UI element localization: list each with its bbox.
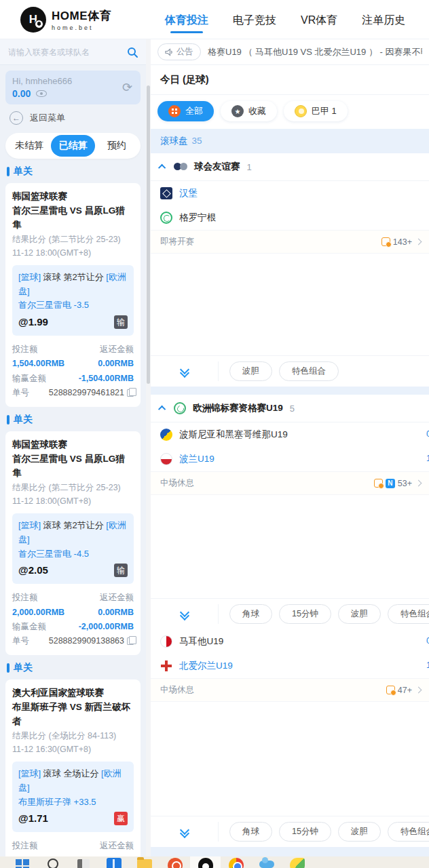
order-number: 5288829979461821 bbox=[49, 386, 124, 400]
market-chip[interactable]: 波胆 bbox=[338, 604, 381, 624]
team-row-home[interactable]: 波斯尼亚和黑塞哥维那U19 0 bbox=[151, 422, 429, 447]
expand-markets-button[interactable] bbox=[151, 822, 219, 842]
search-input[interactable] bbox=[8, 47, 127, 57]
nav-esports[interactable]: 电子竞技 bbox=[233, 3, 276, 36]
chevron-right-icon[interactable] bbox=[415, 687, 422, 694]
taskbar-chrome[interactable] bbox=[221, 856, 251, 868]
market-chip[interactable]: 波胆 bbox=[229, 361, 272, 381]
market-chip[interactable]: 15分钟 bbox=[279, 822, 331, 842]
promo-coin-icon bbox=[374, 479, 383, 488]
tab-settled[interactable]: 已结算 bbox=[51, 135, 94, 157]
team-row-away[interactable]: 波兰U19 1 bbox=[151, 447, 429, 471]
logo-subtitle: home.bet bbox=[52, 24, 111, 31]
bet-market: 滚球 全场让分 bbox=[43, 768, 99, 778]
nav-sports-betting[interactable]: 体育投注 bbox=[165, 3, 208, 36]
bet-type-label: 单关 bbox=[7, 414, 139, 426]
taskbar-app-4[interactable] bbox=[282, 856, 312, 868]
taskbar-qq-active[interactable] bbox=[190, 856, 221, 868]
return-value: 0.00RMB bbox=[98, 357, 134, 371]
team-row-home[interactable]: 马耳他U19 0 bbox=[151, 629, 429, 654]
back-to-menu-label: 返回菜单 bbox=[30, 112, 65, 124]
back-to-menu-button[interactable]: ← 返回菜单 bbox=[5, 104, 141, 132]
market-chip[interactable]: 特色组合 bbox=[279, 361, 339, 381]
bet-amounts: 投注额返还金额 2,000.00RMB0.00RMB 输赢金额-2,000.00… bbox=[12, 591, 134, 648]
folder-icon bbox=[137, 859, 152, 868]
taskbar-start[interactable] bbox=[7, 856, 37, 868]
market-chip[interactable]: 波胆 bbox=[338, 822, 381, 842]
filter-brazil-serie-a[interactable]: 巴甲 1 bbox=[284, 101, 348, 121]
market-chip[interactable]: 特色组合 bbox=[388, 604, 429, 624]
nav-bet-history[interactable]: 注单历史 bbox=[362, 3, 405, 36]
league-group-header[interactable]: 球会友谊赛 1 bbox=[151, 153, 429, 181]
expand-markets-button[interactable] bbox=[151, 604, 219, 624]
chevron-right-icon[interactable] bbox=[415, 239, 422, 245]
chevron-right-icon[interactable] bbox=[415, 480, 422, 487]
bet-teams: 首尔三星雷电 VS 昌原LG猎隼 bbox=[12, 452, 134, 481]
announcement-badge: 公告 bbox=[157, 43, 201, 60]
collapse-chevron-icon[interactable] bbox=[158, 164, 166, 172]
announcement-text[interactable]: 格赛U19 （ 马耳他U19 VS 北爱尔兰U19 ） - 因赛果不明确，赛果将 bbox=[208, 46, 422, 58]
bet-result-score: 结果比分 (第二节比分 25-23) bbox=[12, 233, 134, 246]
filter-favorites-label: 收藏 bbox=[248, 105, 266, 117]
user-card: Hi, hmhehe666 0.00 ⟳ bbox=[5, 71, 141, 104]
match-status-row: 中场休息 47+ bbox=[151, 678, 429, 702]
bet-selection-box: [篮球] 滚球 第2节让分 [欧洲盘] 首尔三星雷电 -3.5 @1.99 输 bbox=[12, 265, 134, 336]
taskbar-cloud-app[interactable] bbox=[251, 856, 282, 868]
malta-flag-icon bbox=[160, 635, 172, 648]
stake-label: 投注额 bbox=[12, 591, 38, 605]
league-group-euro-u19: 欧洲锦标赛资格赛U19 5 波斯尼亚和黑塞哥维那U19 0 波兰U19 1 中场… bbox=[151, 395, 429, 847]
team-row-away[interactable]: 北爱尔兰U19 1 bbox=[151, 654, 429, 678]
league-group-header[interactable]: 欧洲锦标赛资格赛U19 5 bbox=[151, 395, 429, 422]
odds-area-blank bbox=[151, 702, 429, 816]
filter-all[interactable]: 全部 bbox=[157, 101, 214, 121]
user-greeting: Hi, hmhehe666 bbox=[12, 76, 134, 86]
market-chip[interactable]: 15分钟 bbox=[279, 604, 331, 624]
type-bar bbox=[7, 167, 10, 176]
star-icon: ★ bbox=[231, 105, 244, 117]
outcome-badge: 输 bbox=[114, 315, 128, 329]
poland-flag-icon bbox=[160, 453, 172, 465]
taskbar-file-explorer[interactable] bbox=[129, 856, 160, 868]
collapse-chevron-icon[interactable] bbox=[158, 406, 166, 413]
match-footer-row: 角球 15分钟 波胆 特色组合 bbox=[151, 598, 429, 629]
market-chip[interactable]: 角球 bbox=[229, 822, 272, 842]
live-betting-count: 35 bbox=[192, 136, 202, 146]
sidebar-scrollbar[interactable] bbox=[146, 39, 151, 868]
logo[interactable]: H HOME体育 home.bet bbox=[0, 7, 146, 33]
market-chip[interactable]: 角球 bbox=[229, 604, 272, 624]
bet-odds: @1.99 bbox=[18, 314, 48, 330]
copy-icon[interactable] bbox=[127, 637, 134, 645]
away-team-name: 北爱尔兰U19 bbox=[179, 660, 233, 672]
tab-unsettled[interactable]: 未结算 bbox=[7, 135, 51, 157]
return-label: 返还金额 bbox=[100, 342, 134, 357]
nav-vr-sports[interactable]: VR体育 bbox=[301, 3, 337, 36]
away-team-name: 波兰U19 bbox=[179, 453, 214, 465]
refresh-icon[interactable]: ⟳ bbox=[122, 80, 132, 95]
bet-teams: 布里斯班子弹 VS 新西兰破坏者 bbox=[12, 701, 134, 729]
all-leagues-icon bbox=[168, 105, 181, 117]
taskbar-app-2[interactable] bbox=[98, 856, 129, 868]
tab-reserved[interactable]: 预约 bbox=[95, 135, 138, 157]
team-row-away[interactable]: 格罗宁根 bbox=[151, 205, 429, 230]
search-icon[interactable] bbox=[127, 47, 138, 58]
filter-favorites[interactable]: ★ 收藏 bbox=[221, 101, 277, 121]
bet-selection-box: [篮球] 滚球 全场让分 [欧洲盘] 布里斯班子弹 +33.5 @1.71 赢 bbox=[12, 762, 134, 832]
taskbar-app-3[interactable] bbox=[160, 856, 190, 868]
bet-time: 11-12 18:00(GMT+8) bbox=[12, 246, 134, 260]
market-chip[interactable]: 特色组合 bbox=[388, 822, 429, 842]
scrollbar-thumb[interactable] bbox=[147, 85, 150, 384]
team-row-home[interactable]: 汉堡 bbox=[151, 181, 429, 205]
live-betting-row[interactable]: 滚球盘35 bbox=[151, 129, 429, 153]
more-markets-count: 53+ bbox=[398, 479, 412, 488]
expand-markets-button[interactable] bbox=[151, 361, 219, 381]
taskbar-app-1[interactable] bbox=[68, 856, 98, 868]
double-chevron-down-icon bbox=[181, 828, 189, 836]
logo-icon: H bbox=[20, 7, 46, 33]
eye-icon[interactable] bbox=[36, 90, 47, 97]
copy-icon[interactable] bbox=[127, 389, 134, 397]
league-group-friendlies: 球会友谊赛 1 汉堡 格罗宁根 即将开赛 143+ bbox=[151, 153, 429, 387]
bet-selection: 首尔三星雷电 -4.5 bbox=[18, 547, 128, 561]
bet-time: 11-12 18:00(GMT+8) bbox=[12, 494, 134, 508]
hamburg-logo-icon bbox=[160, 187, 172, 199]
taskbar-search[interactable] bbox=[37, 856, 68, 868]
